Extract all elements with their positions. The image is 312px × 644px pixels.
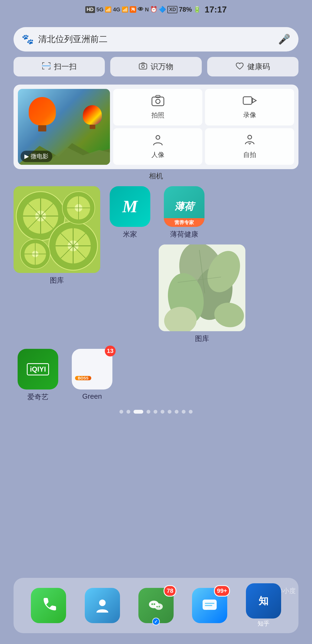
messages-wrap: 99+ xyxy=(192,588,227,623)
gallery2-container[interactable]: 图库 xyxy=(106,244,298,343)
camera-grid: 拍照 录像 人像 xyxy=(113,89,294,165)
dot-1[interactable] xyxy=(119,410,123,414)
bluetooth-icon: 🔷 xyxy=(159,6,166,13)
app-row-1: 图库 M 米家 薄荷 营养专家 xyxy=(14,186,298,343)
dock: 78 ✓ 99+ 知 知乎 xyxy=(14,578,298,633)
green-label: Green xyxy=(82,392,102,401)
signal-bars2: 📶 xyxy=(122,6,128,13)
green-badge: 13 xyxy=(105,346,116,356)
camera-widget-label: 相机 xyxy=(14,171,298,181)
camera-video-btn[interactable]: 录像 xyxy=(205,89,294,125)
svg-rect-14 xyxy=(152,97,164,106)
dot-2[interactable] xyxy=(126,410,130,414)
right-col: M 米家 薄荷 营养专家 薄荷健康 xyxy=(106,186,298,343)
status-icons: HD 5G 📶 4G 📶 淘 👁 N ⏰ 🔷 XD 78% 🔋 17:17 xyxy=(85,5,227,15)
selfie-label: 自拍 xyxy=(243,150,256,159)
gallery1-container[interactable]: 图库 xyxy=(14,186,100,285)
mijia-icon[interactable]: M xyxy=(110,186,150,227)
search-text: 清北位列亚洲前二 xyxy=(38,33,274,45)
dot-4[interactable] xyxy=(147,410,150,414)
contacts-svg xyxy=(94,597,111,614)
svg-point-59 xyxy=(151,603,153,605)
contacts-icon[interactable] xyxy=(85,588,120,623)
svg-point-60 xyxy=(154,603,155,605)
folder-app3: BOSS xyxy=(75,376,91,380)
battery-text: 78% xyxy=(179,6,192,13)
wechat-wrap: 78 ✓ xyxy=(138,588,174,623)
dot-10[interactable] xyxy=(189,410,193,414)
quick-actions: 扫一扫 识万物 健康码 xyxy=(14,57,298,76)
svg-point-10 xyxy=(142,65,144,68)
messages-svg xyxy=(201,597,218,614)
taobao-icon: 淘 xyxy=(130,6,136,13)
video-label-btn: 录像 xyxy=(243,111,256,119)
dot-8[interactable] xyxy=(175,410,178,414)
mijia-label: 米家 xyxy=(123,230,137,239)
nfc-icon: N xyxy=(145,7,149,13)
iqiyi-label: 爱奇艺 xyxy=(27,392,48,402)
svg-rect-7 xyxy=(48,69,50,69)
video-label: ▶ 微电影 xyxy=(21,151,52,162)
dock-wechat[interactable]: 78 ✓ xyxy=(138,588,174,623)
photo-label: 拍照 xyxy=(151,111,164,120)
video-cam-icon xyxy=(243,95,257,108)
svg-rect-63 xyxy=(203,600,217,610)
dock-messages[interactable]: 99+ xyxy=(192,588,227,623)
phone-icon[interactable] xyxy=(31,588,66,623)
signal-4g: 4G xyxy=(113,7,120,13)
scan-icon xyxy=(42,62,51,72)
dot-9[interactable] xyxy=(182,410,186,414)
svg-rect-5 xyxy=(42,69,44,69)
camera-widget: ▶ 微电影 拍照 xyxy=(14,85,298,181)
eye-icon: 👁 xyxy=(138,6,144,13)
alarm-icon: ⏰ xyxy=(150,6,157,13)
wechat-svg xyxy=(147,596,165,615)
green-badge-wrap: BOSS 13 xyxy=(72,349,112,389)
mijia-mint-row: M 米家 薄荷 营养专家 薄荷健康 xyxy=(106,186,298,239)
mint-container[interactable]: 薄荷 营养专家 薄荷健康 xyxy=(160,186,209,239)
balloon-2 xyxy=(83,105,102,130)
gallery1-icon[interactable] xyxy=(14,186,100,273)
battery-icon: 🔋 xyxy=(193,6,201,13)
selfie-icon xyxy=(244,134,256,148)
app-row-2: iQIYI 爱奇艺 BOSS 13 Green xyxy=(14,349,298,402)
mic-icon[interactable]: 🎤 xyxy=(278,34,290,45)
dot-3-active[interactable] xyxy=(134,410,143,414)
camera-photo-btn[interactable]: 拍照 xyxy=(113,89,202,125)
health-label: 健康码 xyxy=(247,62,270,72)
wechat-badge: 78 xyxy=(164,585,176,597)
camera-portrait-btn[interactable]: 人像 xyxy=(113,128,202,165)
gallery2-icon[interactable] xyxy=(159,244,245,331)
status-bar: HD 5G 📶 4G 📶 淘 👁 N ⏰ 🔷 XD 78% 🔋 17:17 xyxy=(0,0,312,19)
camera-identify-icon xyxy=(139,62,147,72)
svg-rect-8 xyxy=(42,66,51,66)
iqiyi-icon[interactable]: iQIYI xyxy=(18,349,58,389)
verified-icon: ✓ xyxy=(152,618,160,625)
camera-preview[interactable]: ▶ 微电影 xyxy=(18,89,110,165)
balloon-1 xyxy=(29,97,56,132)
iqiyi-container[interactable]: iQIYI 爱奇艺 xyxy=(14,349,62,402)
search-bar[interactable]: 🐾 清北位列亚洲前二 🎤 xyxy=(14,27,298,51)
dot-6[interactable] xyxy=(161,410,164,414)
gallery1-label: 图库 xyxy=(50,276,64,285)
dock-phone[interactable] xyxy=(31,588,66,623)
dock-contacts[interactable] xyxy=(85,588,120,623)
mint-icon[interactable]: 薄荷 营养专家 xyxy=(164,186,204,227)
zhihu-z: 知 xyxy=(259,594,268,608)
leaf-bg xyxy=(159,244,245,331)
dock-zhihu[interactable]: 知 知乎 xyxy=(246,583,281,628)
mint-label: 薄荷健康 xyxy=(170,230,198,239)
dot-5[interactable] xyxy=(154,410,157,414)
dot-7[interactable] xyxy=(168,410,171,414)
green-container[interactable]: BOSS 13 Green xyxy=(68,349,116,402)
scan-button[interactable]: 扫一扫 xyxy=(14,57,105,76)
signal-bars: 📶 xyxy=(105,6,112,13)
health-button[interactable]: 健康码 xyxy=(207,57,298,76)
extra-icon: XD xyxy=(167,6,177,13)
svg-rect-16 xyxy=(156,95,160,98)
zhihu-icon[interactable]: 知 xyxy=(246,583,281,619)
mijia-container[interactable]: M 米家 xyxy=(106,186,154,239)
identify-button[interactable]: 识万物 xyxy=(110,57,202,76)
lime-svg xyxy=(14,186,100,273)
camera-selfie-btn[interactable]: 自拍 xyxy=(205,128,294,165)
